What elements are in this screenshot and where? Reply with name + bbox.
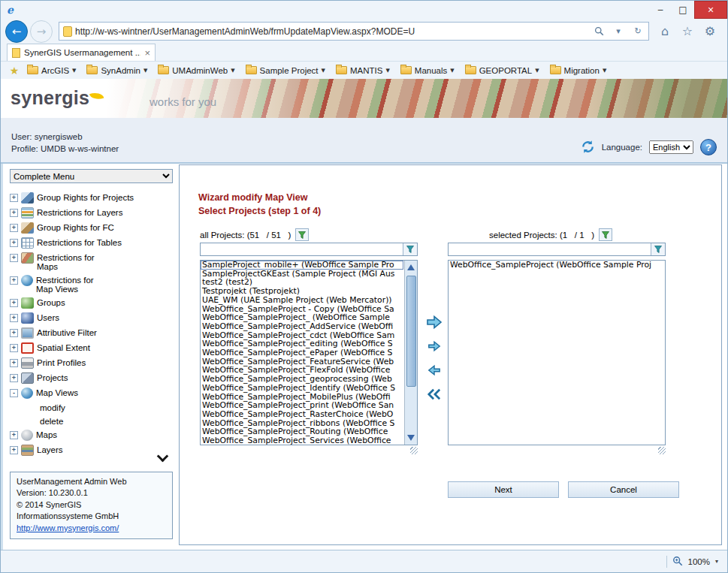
tree-item-map-views[interactable]: -Map Views: [10, 385, 173, 400]
expander-icon[interactable]: +: [10, 344, 18, 352]
search-icon[interactable]: [591, 23, 607, 39]
tree-item-spatial-extent[interactable]: +Spatial Extent: [10, 340, 173, 355]
reload-language-icon[interactable]: [581, 140, 595, 155]
tree-item-group-rights-projects[interactable]: +Group Rights for Projects: [10, 190, 173, 205]
expander-icon[interactable]: +: [10, 224, 18, 232]
all-projects-list[interactable]: SampleProject_mobile+ (WebOffice Sample …: [200, 260, 418, 445]
apply-filter-left-button[interactable]: [403, 243, 417, 255]
tree-item-print-profiles[interactable]: +Print Profiles: [10, 355, 173, 370]
cancel-button[interactable]: Cancel: [568, 481, 679, 498]
chevron-down-icon: ▼: [385, 68, 389, 74]
list-item[interactable]: WebOffice_SampleProject (WebOffice Sampl…: [449, 261, 665, 270]
zoom-level[interactable]: 100%: [688, 557, 710, 566]
close-button[interactable]: ×: [694, 1, 727, 19]
tree-item-restrictions-map-views[interactable]: +Restrictions for Map Views: [10, 273, 173, 295]
favorites-icon[interactable]: ☆: [678, 22, 697, 41]
favorite-item-mantis[interactable]: MANTIS▼: [332, 66, 397, 75]
zoom-caret-icon[interactable]: ▾: [715, 558, 718, 565]
favorite-item-geoportal[interactable]: GEOPORTAL▼: [461, 66, 546, 75]
apply-filter-right-button[interactable]: [651, 243, 665, 255]
browser-tab[interactable]: SynerGIS Usermanagement ... ×: [7, 44, 156, 61]
settings-gear-icon[interactable]: ⚙: [700, 22, 720, 41]
tree-item-layers[interactable]: +Layers: [10, 442, 173, 457]
autocomplete-caret-icon[interactable]: ▾: [610, 23, 627, 39]
menu-mode-select[interactable]: Complete Menu: [10, 169, 173, 183]
expander-icon[interactable]: +: [10, 254, 18, 262]
move-left-all-button[interactable]: [424, 385, 445, 404]
favorite-item-migration[interactable]: Migration▼: [546, 66, 614, 75]
filter-selected-projects-button[interactable]: [599, 228, 612, 241]
list-item[interactable]: WebOffice_SampleProject_ePaper (WebOffic…: [201, 348, 403, 357]
all-projects-filter-input[interactable]: [201, 243, 403, 255]
help-icon[interactable]: ?: [700, 139, 717, 155]
forward-button[interactable]: →: [30, 20, 53, 43]
expander-icon[interactable]: +: [10, 314, 18, 322]
list-item[interactable]: WebOffice_SampleProject_Identify (WebOff…: [201, 384, 403, 393]
list-item[interactable]: SampleProject_mobile+ (WebOffice Sample …: [201, 261, 403, 270]
wizard-title: Wizard modify Map View: [198, 192, 308, 203]
folder-icon: [27, 66, 38, 74]
scrollbar-thumb[interactable]: [406, 276, 416, 387]
tree-item-users[interactable]: +Users: [10, 310, 173, 325]
language-select[interactable]: English: [649, 140, 693, 154]
expander-icon[interactable]: +: [10, 446, 18, 454]
tree-item-group-rights-fc[interactable]: +Group Rights for FC: [10, 220, 173, 235]
list-item[interactable]: UAE_WM (UAE Sample Project (Web Mercator…: [201, 296, 403, 305]
tree-item-label: Layers: [37, 445, 63, 454]
add-favorite-star-icon[interactable]: ★: [5, 65, 23, 77]
list-scrollbar[interactable]: [404, 261, 417, 445]
move-right-button[interactable]: [424, 336, 445, 356]
refresh-icon[interactable]: ↻: [630, 23, 646, 39]
expander-icon[interactable]: +: [10, 299, 18, 307]
tree-item-restrictions-maps[interactable]: +Restrictions for Maps: [10, 250, 173, 273]
next-button[interactable]: Next: [448, 481, 559, 498]
synergis-link[interactable]: http://www.mysynergis.com/: [17, 523, 119, 532]
list-item[interactable]: WebOffice_SampleProject_Services (WebOff…: [201, 436, 403, 445]
scroll-down-icon[interactable]: [405, 431, 417, 445]
url-text[interactable]: http://w-ws-wintner/UserManagementAdminW…: [75, 26, 588, 37]
tree-item-label: Maps: [36, 430, 57, 439]
expander-icon[interactable]: +: [10, 374, 18, 382]
favorite-item-manuals[interactable]: Manuals▼: [397, 66, 461, 75]
home-icon[interactable]: ⌂: [655, 22, 675, 41]
expander-icon[interactable]: +: [10, 329, 18, 337]
expander-icon[interactable]: +: [10, 239, 18, 247]
minimize-button[interactable]: –: [649, 1, 672, 19]
folder-icon: [158, 66, 169, 74]
back-button[interactable]: ←: [5, 20, 28, 43]
favorite-item-arcgis[interactable]: ArcGIS▼: [23, 66, 83, 75]
move-right-all-button[interactable]: [424, 312, 445, 332]
favorite-item-synadmin[interactable]: SynAdmin▼: [83, 66, 154, 75]
tree-item-restrictions-tables[interactable]: +Restrictions for Tables: [10, 235, 173, 250]
expander-icon[interactable]: +: [10, 359, 18, 367]
maximize-button[interactable]: □: [672, 1, 694, 19]
tree-item-restrictions-layers[interactable]: +Restrictions for Layers: [10, 205, 173, 220]
zoom-icon[interactable]: [672, 556, 683, 568]
tree-item-attributive-filter[interactable]: +Attributive Filter: [10, 325, 173, 340]
selected-projects-list[interactable]: WebOffice_SampleProject (WebOffice Sampl…: [448, 260, 666, 445]
list-item[interactable]: WebOffice_SampleProject_RasterChoice (We…: [201, 410, 403, 419]
favorite-item-sample-project[interactable]: Sample Project▼: [242, 66, 332, 75]
tab-close-icon[interactable]: ×: [144, 47, 150, 59]
expander-icon[interactable]: +: [10, 276, 18, 285]
expander-icon[interactable]: +: [10, 194, 18, 202]
address-bar[interactable]: http://w-ws-wintner/UserManagementAdminW…: [59, 22, 649, 41]
tree-item-delete[interactable]: delete: [10, 414, 173, 427]
selected-projects-filter-input[interactable]: [449, 243, 651, 255]
collapse-icon[interactable]: -: [10, 389, 18, 397]
favorite-item-umadminweb[interactable]: UMAdminWeb▼: [154, 66, 241, 75]
list-item[interactable]: WebOffice_SampleProject_AddService (WebO…: [201, 322, 403, 331]
expander-icon[interactable]: +: [10, 431, 18, 439]
tree-item-groups[interactable]: +Groups: [10, 295, 173, 310]
resize-grip[interactable]: [658, 447, 666, 454]
synergis-logo: synergis: [11, 87, 104, 109]
tree-scroll-down-icon[interactable]: [155, 452, 170, 463]
scroll-up-icon[interactable]: [405, 261, 417, 274]
expander-icon[interactable]: +: [10, 209, 18, 217]
filter-all-projects-button[interactable]: [295, 228, 309, 241]
tree-item-maps[interactable]: +Maps: [10, 427, 173, 442]
tree-item-modify[interactable]: modify: [10, 400, 173, 414]
resize-grip[interactable]: [410, 447, 418, 454]
tree-item-projects[interactable]: +Projects: [10, 370, 173, 385]
move-left-button[interactable]: [424, 360, 445, 380]
